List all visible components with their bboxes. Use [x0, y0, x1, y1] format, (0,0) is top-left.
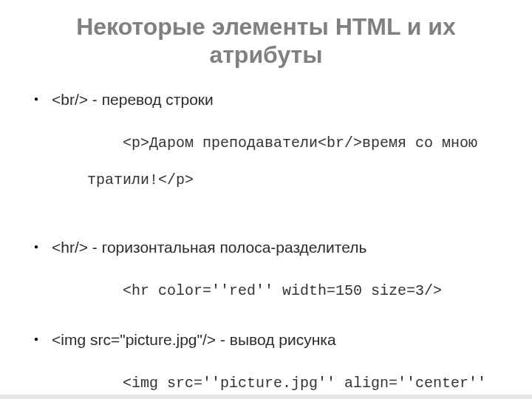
- slide: Некоторые элементы HTML и их атрибуты <b…: [0, 0, 532, 399]
- code-line: <hr color=''red'' width=150 size=3/>: [123, 282, 442, 299]
- code-line: <img src=''picture.jpg'' align=''center'…: [123, 375, 486, 392]
- footer-bar: [0, 395, 532, 399]
- bullet-item: <hr/> - горизонтальная полоса-разделител…: [30, 238, 502, 257]
- code-line: <p>Даром преподаватели<br/>время со мною: [123, 134, 477, 151]
- bullet-item: <br/> - перевод строки: [30, 90, 502, 109]
- code-example: <p>Даром преподаватели<br/>время со мною…: [30, 115, 502, 226]
- slide-content: <br/> - перевод строки <p>Даром преподав…: [30, 90, 502, 400]
- content-list: <br/> - перевод строки <p>Даром преподав…: [30, 90, 502, 400]
- bullet-item: <img src="picture.jpg"/> - вывод рисунка: [30, 330, 502, 349]
- code-example: <hr color=''red'' width=150 size=3/>: [30, 263, 502, 318]
- slide-title: Некоторые элементы HTML и их атрибуты: [30, 13, 502, 69]
- code-example: <img src=''picture.jpg'' align=''center'…: [30, 355, 502, 399]
- code-line-wrap: тратили!</p>: [52, 171, 502, 189]
